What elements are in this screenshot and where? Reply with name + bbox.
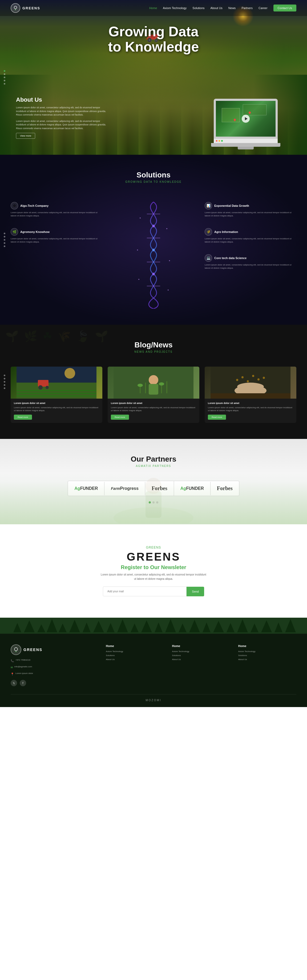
solutions-dot-3[interactable] bbox=[4, 239, 5, 241]
footer-contact-info: 📞 +972 75963216 ✉ info@agmatix.com 📍 Lor… bbox=[11, 658, 98, 677]
nav-logo[interactable]: GREENS bbox=[11, 3, 40, 13]
solutions-left: ⚙ Algo-Tech Company Lorem ipsum dolor si… bbox=[11, 197, 102, 243]
footer-link-3-axiom[interactable]: Axiom Technology bbox=[238, 650, 296, 652]
svg-rect-52 bbox=[146, 491, 161, 518]
svg-point-45 bbox=[241, 376, 244, 378]
partners-person-svg bbox=[114, 470, 193, 523]
data-growth-icon: 📊 bbox=[205, 202, 212, 210]
dna-visual-center bbox=[108, 197, 199, 309]
blog-dot-4[interactable] bbox=[4, 384, 5, 386]
play-button[interactable] bbox=[242, 115, 250, 123]
social-icon-facebook[interactable]: f bbox=[20, 680, 26, 686]
solution-item-agro-info: 🌾 Agro Information Lorem ipsum dolor sit… bbox=[205, 228, 296, 243]
svg-point-53 bbox=[146, 478, 161, 494]
browser-maximize bbox=[221, 140, 223, 142]
agronomy-desc: Lorem ipsum dolor sit amet, consectetur … bbox=[11, 237, 102, 243]
solutions-dot-1[interactable] bbox=[4, 233, 5, 234]
hero-dot-4[interactable] bbox=[4, 80, 5, 81]
blog-card-1-read-more[interactable]: Read more bbox=[14, 415, 32, 420]
footer-phone: 📞 +972 75963216 bbox=[11, 658, 98, 663]
email-input[interactable] bbox=[103, 587, 187, 596]
nav-link-news[interactable]: News bbox=[228, 6, 236, 10]
solutions-dot-5[interactable] bbox=[4, 245, 5, 247]
agro-info-icon: 🌾 bbox=[205, 228, 212, 235]
play-triangle-icon bbox=[245, 117, 248, 120]
nav-link-home[interactable]: Home bbox=[149, 6, 157, 10]
blog-card-2-read-more[interactable]: Read more bbox=[111, 415, 129, 420]
solutions-subtitle: GROWING DATA TO KNOWLEDGE bbox=[11, 180, 296, 183]
footer-bottom: MOZOMI bbox=[11, 694, 296, 702]
blog-content-3: Lorem ipsum dolor sit amet Lorem ipsum d… bbox=[205, 399, 296, 423]
algo-tech-icon: ⚙ bbox=[11, 202, 18, 210]
nav-link-solutions[interactable]: Solutions bbox=[192, 6, 204, 10]
algo-tech-name: Algo-Tech Company bbox=[20, 204, 49, 207]
data-growth-name: Exponential Data Growth bbox=[214, 204, 249, 207]
footer-link-1-solutions[interactable]: Solutions bbox=[106, 654, 164, 657]
browser-minimize bbox=[218, 140, 220, 142]
laptop-base bbox=[211, 143, 280, 147]
solutions-dot-2[interactable] bbox=[4, 236, 5, 237]
footer-link-1-about[interactable]: About Us bbox=[106, 658, 164, 661]
algo-tech-desc: Lorem ipsum dolor sit amet, consectetur … bbox=[11, 211, 102, 218]
blog-card-1-desc: Lorem ipsum dolor sit amet, consectetur … bbox=[14, 406, 99, 412]
view-more-button[interactable]: View more bbox=[16, 133, 35, 139]
svg-rect-34 bbox=[149, 384, 158, 395]
solutions-title: Solutions bbox=[11, 171, 296, 179]
hero-dot-1[interactable] bbox=[4, 70, 5, 72]
blog-content-2: Lorem ipsum dolor sit amet Lorem ipsum d… bbox=[108, 399, 199, 423]
footer-phone-text: +972 75963216 bbox=[16, 658, 30, 662]
footer-link-1-axiom[interactable]: Axiom Technology bbox=[106, 650, 164, 652]
footer-links-col-2: Home Axiom Technology Solutions About Us bbox=[172, 644, 230, 686]
blog-dot-1[interactable] bbox=[4, 375, 5, 376]
social-icon-twitter[interactable]: 𝕏 bbox=[11, 680, 17, 686]
nav-link-career[interactable]: Career bbox=[258, 6, 267, 10]
blog-dot-5[interactable] bbox=[4, 387, 5, 389]
blog-dot-2[interactable] bbox=[4, 378, 5, 379]
footer-links-col-3: Home Axiom Technology Solutions About Us bbox=[238, 644, 296, 686]
blog-dot-3[interactable] bbox=[4, 381, 5, 383]
agronomy-icon: 🌿 bbox=[11, 228, 18, 235]
hero-about-text2: Lorem ipsum dolor sit amet, consectetur … bbox=[16, 119, 107, 130]
solutions-header: Solutions GROWING DATA TO KNOWLEDGE bbox=[11, 171, 296, 183]
core-tech-desc: Lorem ipsum dolor sit amet, consectetur … bbox=[205, 263, 296, 270]
seeds-image-svg bbox=[205, 367, 296, 399]
tree-row-decoration bbox=[0, 618, 307, 634]
solution-item-algo: ⚙ Algo-Tech Company Lorem ipsum dolor si… bbox=[11, 202, 102, 218]
blog-card-2-desc: Lorem ipsum dolor sit amet, consectetur … bbox=[111, 406, 196, 412]
footer-link-2-solutions[interactable]: Solutions bbox=[172, 654, 230, 657]
svg-rect-24 bbox=[16, 367, 97, 383]
hero-section: Growing Data to Knowledge About Us Lorem… bbox=[0, 0, 307, 155]
hero-dot-3[interactable] bbox=[4, 76, 5, 78]
blog-card-3-title: Lorem ipsum dolor sit amet bbox=[208, 402, 293, 404]
solutions-nav-dots bbox=[4, 233, 5, 247]
footer-links-col-1: Home Axiom Technology Solutions About Us bbox=[106, 644, 164, 686]
nav-link-partners[interactable]: Partners bbox=[241, 6, 253, 10]
newsletter-brand-title: GREENS bbox=[11, 550, 296, 563]
solutions-section: Solutions GROWING DATA TO KNOWLEDGE ⚙ Al… bbox=[0, 155, 307, 325]
blog-card-3-read-more[interactable]: Read more bbox=[208, 415, 226, 420]
footer-col-3-title: Home bbox=[238, 644, 296, 648]
footer-address-text: Lorem ipsum dolor bbox=[16, 671, 33, 675]
footer-link-2-axiom[interactable]: Axiom Technology bbox=[172, 650, 230, 652]
svg-point-46 bbox=[247, 380, 249, 382]
nav-link-about[interactable]: About Us bbox=[210, 6, 223, 10]
nav-link-axiom[interactable]: Axiom Technology bbox=[163, 6, 187, 10]
footer-link-3-solutions[interactable]: Solutions bbox=[238, 654, 296, 657]
send-button[interactable]: Send bbox=[187, 587, 204, 596]
social-icons-container: 𝕏 f bbox=[11, 680, 98, 686]
footer-link-3-about[interactable]: About Us bbox=[238, 658, 296, 661]
svg-point-17 bbox=[166, 228, 167, 229]
solutions-dot-4[interactable] bbox=[4, 242, 5, 244]
svg-point-48 bbox=[258, 378, 260, 380]
hero-dot-2[interactable] bbox=[4, 73, 5, 75]
svg-point-44 bbox=[236, 379, 238, 381]
blog-card-1-title: Lorem ipsum dolor sit amet bbox=[14, 402, 99, 404]
svg-point-21 bbox=[168, 290, 169, 291]
hero-dot-5[interactable] bbox=[4, 83, 5, 84]
solution-item-core-tech: 💻 Core tech data Science Lorem ipsum dol… bbox=[205, 254, 296, 270]
phone-icon: 📞 bbox=[11, 659, 14, 663]
nav-links: Home Axiom Technology Solutions About Us… bbox=[149, 5, 296, 11]
contact-us-button[interactable]: Contact Us bbox=[274, 5, 296, 11]
footer-link-2-about[interactable]: About Us bbox=[172, 658, 230, 661]
blog-content-1: Lorem ipsum dolor sit amet Lorem ipsum d… bbox=[11, 399, 102, 423]
